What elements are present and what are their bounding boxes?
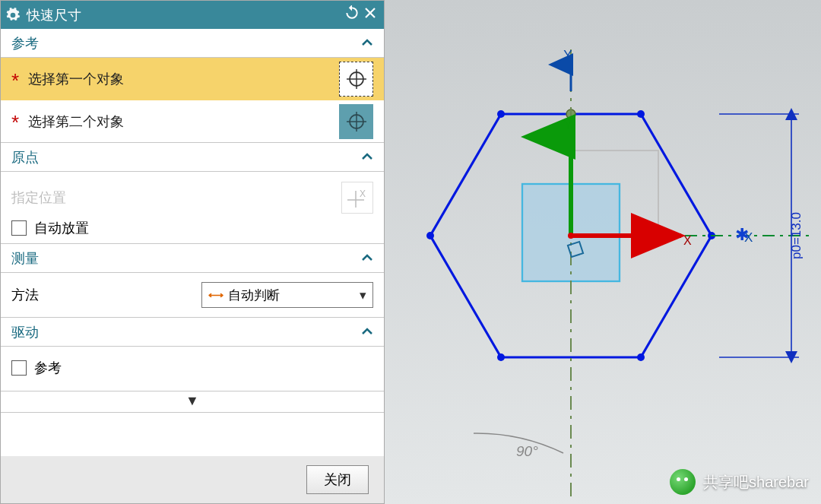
chevron-down-icon: ▼ (185, 393, 199, 408)
axis-x-red: X (683, 234, 692, 247)
section-measure-body: 方法 ⟷ 自动判断 ▾ (1, 273, 384, 318)
method-dropdown[interactable]: ⟷ 自动判断 ▾ (201, 282, 373, 308)
sketch-viewport[interactable]: Y Y X X ✱ p0=13.0 90° 共享吧sharebar (385, 0, 821, 504)
section-drive-body: 参考 (1, 347, 384, 391)
dialog-title: 快速尺寸 (27, 6, 343, 24)
auto-place-checkbox[interactable] (11, 220, 27, 236)
select-first-object-row[interactable]: * 选择第一个对象 (1, 58, 384, 100)
svg-text:✱: ✱ (735, 225, 749, 244)
select-second-object-row[interactable]: * 选择第二个对象 (1, 100, 384, 143)
pick-first-object-button[interactable] (339, 62, 373, 97)
auto-place-row[interactable]: 自动放置 (11, 214, 373, 237)
svg-point-16 (637, 110, 645, 118)
expand-more-row[interactable]: ▼ (1, 391, 384, 413)
svg-point-15 (497, 110, 505, 118)
rapid-dimension-dialog: 快速尺寸 参考 * 选择第一个对象 * 选择第二个对象 原点 (0, 0, 385, 504)
reference-checkbox[interactable] (11, 360, 27, 376)
required-asterisk-icon: * (11, 69, 19, 93)
section-origin-body: 指定位置 X 自动放置 (1, 172, 384, 244)
reference-row[interactable]: 参考 (11, 354, 373, 377)
svg-text:X: X (360, 189, 366, 199)
section-reference-header[interactable]: 参考 (1, 29, 384, 58)
method-value: 自动判断 (228, 287, 280, 304)
pick-second-object-button[interactable] (339, 104, 373, 139)
reset-icon[interactable] (343, 5, 361, 24)
gear-icon[interactable] (5, 8, 21, 23)
section-drive-header[interactable]: 驱动 (1, 318, 384, 347)
chevron-up-icon (361, 149, 373, 165)
section-reference-title: 参考 (11, 34, 39, 52)
close-button[interactable]: 关闭 (306, 465, 369, 494)
select-first-object-label: 选择第一个对象 (28, 70, 339, 88)
method-label: 方法 (11, 286, 186, 304)
svg-point-25 (568, 233, 574, 239)
svg-point-12 (637, 353, 645, 361)
specify-location-button[interactable]: X (341, 182, 373, 214)
watermark: 共享吧sharebar (670, 469, 809, 495)
select-second-object-label: 选择第二个对象 (28, 113, 339, 131)
section-measure-header[interactable]: 测量 (1, 244, 384, 273)
auto-place-label: 自动放置 (34, 219, 89, 237)
dimension-label[interactable]: p0=13.0 (789, 212, 804, 259)
reference-label: 参考 (34, 359, 62, 377)
section-drive-title: 驱动 (11, 323, 39, 341)
chevron-up-icon (361, 250, 373, 266)
angle-label: 90° (516, 443, 538, 459)
section-measure-title: 测量 (11, 249, 39, 268)
required-asterisk-icon: * (11, 111, 19, 135)
axis-y-label: Y (564, 119, 572, 132)
watermark-text: 共享吧sharebar (703, 472, 809, 493)
caret-down-icon: ▾ (360, 287, 366, 303)
section-origin-title: 原点 (11, 148, 39, 166)
axis-y-top: Y (563, 48, 572, 62)
dialog-footer: 关闭 (1, 456, 384, 503)
wechat-icon (670, 469, 696, 495)
auto-judge-icon: ⟷ (208, 289, 223, 301)
chevron-up-icon (361, 324, 373, 340)
titlebar[interactable]: 快速尺寸 (1, 1, 384, 29)
specify-location-label: 指定位置 (11, 189, 66, 207)
section-origin-header[interactable]: 原点 (1, 143, 384, 172)
close-icon[interactable] (361, 6, 379, 24)
svg-point-13 (497, 353, 505, 361)
chevron-up-icon (361, 35, 373, 51)
svg-point-14 (426, 232, 434, 239)
